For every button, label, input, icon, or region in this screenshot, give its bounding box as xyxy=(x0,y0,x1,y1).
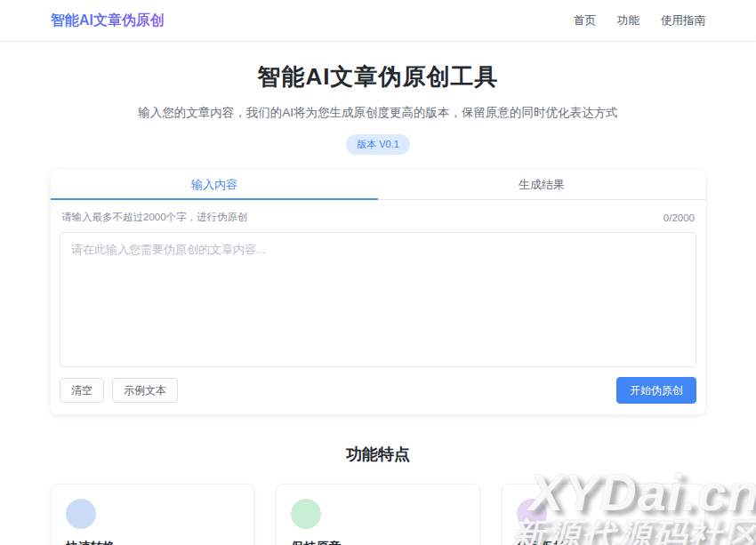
feature-title: 保持原意 xyxy=(291,540,464,545)
app-logo[interactable]: 智能AI文章伪原创 xyxy=(51,12,165,30)
feature-title: 快速转换 xyxy=(66,540,239,545)
keep-meaning-icon xyxy=(291,499,321,529)
nav-item-home[interactable]: 首页 xyxy=(574,13,596,28)
hero-section: 智能AI文章伪原创工具 输入您的文章内容，我们的AI将为您生成原创度更高的版本，… xyxy=(0,42,756,155)
feature-card-keep-meaning: 保持原意 智能识别文章语义，在改写的同时确保核心意思不改变 xyxy=(276,484,479,545)
char-counter: 0/2000 xyxy=(664,212,695,223)
editor-actions: 清空 示例文本 开始伪原创 xyxy=(60,377,696,404)
page-subtitle: 输入您的文章内容，我们的AI将为您生成原创度更高的版本，保留原意的同时优化表达方… xyxy=(129,103,627,123)
sample-text-button[interactable]: 示例文本 xyxy=(112,378,178,403)
tab-generated-result[interactable]: 生成结果 xyxy=(378,170,705,200)
feature-card-privacy-protect: 隐私保护 所有处理均在本地完成，不会上传您的数据，保障隐私安全 xyxy=(502,484,705,545)
editor-hint-row: 请输入最多不超过2000个字，进行伪原创 0/2000 xyxy=(60,204,696,232)
clear-button[interactable]: 清空 xyxy=(60,378,104,403)
article-input[interactable] xyxy=(60,232,696,367)
editor-body: 请输入最多不超过2000个字，进行伪原创 0/2000 清空 示例文本 开始伪原… xyxy=(51,200,705,414)
feature-title: 隐私保护 xyxy=(517,540,690,545)
app-header: 智能AI文章伪原创 首页 功能 使用指南 xyxy=(0,0,756,42)
page-title: 智能AI文章伪原创工具 xyxy=(0,61,756,92)
features-section-title: 功能特点 xyxy=(0,444,756,465)
version-badge: 版本 V0.1 xyxy=(346,134,410,155)
editor-tabs: 输入内容 生成结果 xyxy=(51,170,705,200)
nav-item-features[interactable]: 功能 xyxy=(617,13,639,28)
start-rewrite-button[interactable]: 开始伪原创 xyxy=(616,377,696,404)
features-section: 快速转换 高效AI算法，瞬间完成文章伪原创转换，节省您的宝贵时间 保持原意 智能… xyxy=(51,484,705,545)
tab-input-content[interactable]: 输入内容 xyxy=(51,170,378,200)
editor-card: 输入内容 生成结果 请输入最多不超过2000个字，进行伪原创 0/2000 清空… xyxy=(51,170,705,414)
fast-convert-icon xyxy=(66,499,96,529)
privacy-protect-icon xyxy=(517,499,547,529)
main-nav: 首页 功能 使用指南 xyxy=(574,13,705,28)
nav-item-guide[interactable]: 使用指南 xyxy=(661,13,705,28)
feature-card-fast-convert: 快速转换 高效AI算法，瞬间完成文章伪原创转换，节省您的宝贵时间 xyxy=(51,484,254,545)
input-hint: 请输入最多不超过2000个字，进行伪原创 xyxy=(61,211,248,224)
